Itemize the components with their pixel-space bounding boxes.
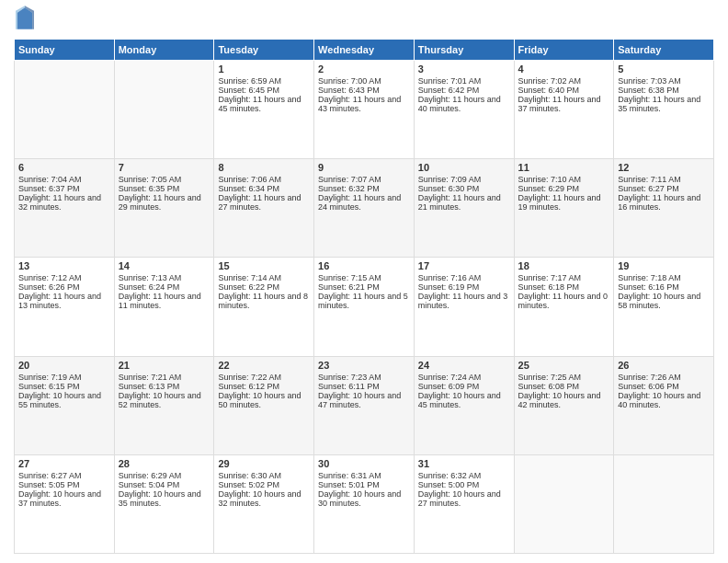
day-info-line: Daylight: 11 hours and 0 minutes.	[518, 292, 610, 310]
day-info-line: Daylight: 11 hours and 5 minutes.	[318, 292, 410, 310]
day-info-line: Daylight: 11 hours and 24 minutes.	[318, 193, 410, 212]
day-info-line: Sunset: 5:00 PM	[418, 480, 510, 489]
day-info-line: Sunset: 6:37 PM	[18, 184, 110, 193]
day-number: 18	[518, 260, 610, 271]
day-info-line: Sunrise: 7:19 AM	[18, 373, 110, 382]
day-number: 20	[18, 360, 110, 371]
day-info-line: Daylight: 11 hours and 3 minutes.	[418, 292, 510, 310]
day-info-line: Sunrise: 6:59 AM	[218, 76, 310, 86]
day-info-line: Daylight: 11 hours and 37 minutes.	[518, 95, 610, 113]
calendar-cell: 25Sunrise: 7:25 AMSunset: 6:08 PMDayligh…	[514, 356, 614, 454]
day-info-line: Daylight: 10 hours and 52 minutes.	[119, 391, 210, 409]
day-number: 13	[18, 260, 110, 271]
day-info-line: Sunrise: 7:22 AM	[218, 373, 310, 382]
calendar-cell: 23Sunrise: 7:23 AMSunset: 6:11 PMDayligh…	[314, 356, 415, 454]
day-info-line: Sunrise: 7:02 AM	[518, 76, 610, 86]
calendar-cell: 22Sunrise: 7:22 AMSunset: 6:12 PMDayligh…	[214, 356, 314, 454]
calendar-cell	[15, 61, 115, 159]
day-info-line: Sunrise: 7:10 AM	[518, 175, 610, 184]
day-info-line: Sunrise: 7:15 AM	[318, 273, 410, 282]
day-info-line: Daylight: 10 hours and 30 minutes.	[318, 489, 410, 508]
weekday-header-saturday: Saturday	[614, 40, 714, 61]
day-info-line: Sunset: 6:29 PM	[518, 184, 610, 193]
day-info-line: Sunrise: 6:29 AM	[119, 471, 210, 480]
day-number: 10	[418, 162, 510, 173]
week-row-1: 1Sunrise: 6:59 AMSunset: 6:45 PMDaylight…	[15, 61, 714, 159]
day-info-line: Daylight: 10 hours and 50 minutes.	[218, 391, 310, 409]
day-number: 4	[518, 63, 610, 75]
day-info-line: Sunset: 6:08 PM	[518, 382, 610, 391]
day-number: 1	[218, 63, 310, 75]
day-number: 21	[119, 360, 210, 371]
day-number: 6	[18, 162, 110, 173]
day-info-line: Sunset: 6:43 PM	[318, 86, 410, 95]
day-info-line: Daylight: 11 hours and 19 minutes.	[518, 193, 610, 212]
weekday-header-wednesday: Wednesday	[314, 40, 415, 61]
calendar-cell: 17Sunrise: 7:16 AMSunset: 6:19 PMDayligh…	[414, 258, 514, 356]
day-info-line: Sunrise: 6:31 AM	[318, 471, 410, 480]
day-info-line: Sunrise: 6:27 AM	[18, 471, 110, 480]
day-info-line: Daylight: 10 hours and 58 minutes.	[618, 292, 710, 310]
day-info-line: Daylight: 10 hours and 37 minutes.	[18, 489, 110, 508]
day-info-line: Daylight: 10 hours and 40 minutes.	[618, 391, 710, 409]
calendar-cell: 30Sunrise: 6:31 AMSunset: 5:01 PMDayligh…	[314, 454, 415, 553]
day-info-line: Sunrise: 7:17 AM	[518, 273, 610, 282]
calendar-cell: 13Sunrise: 7:12 AMSunset: 6:26 PMDayligh…	[15, 258, 115, 356]
day-info-line: Daylight: 10 hours and 32 minutes.	[218, 489, 310, 508]
day-info-line: Sunset: 5:04 PM	[119, 480, 210, 489]
calendar-cell: 5Sunrise: 7:03 AMSunset: 6:38 PMDaylight…	[614, 61, 714, 159]
day-info-line: Sunrise: 7:25 AM	[518, 373, 610, 382]
day-number: 26	[618, 360, 710, 371]
day-info-line: Sunset: 6:38 PM	[618, 86, 710, 95]
day-info-line: Sunrise: 7:18 AM	[618, 273, 710, 282]
weekday-header-monday: Monday	[114, 40, 214, 61]
day-info-line: Sunset: 6:45 PM	[218, 86, 310, 95]
calendar-cell: 27Sunrise: 6:27 AMSunset: 5:05 PMDayligh…	[15, 454, 115, 553]
calendar-cell: 28Sunrise: 6:29 AMSunset: 5:04 PMDayligh…	[114, 454, 214, 553]
day-number: 16	[318, 260, 410, 271]
weekday-header-tuesday: Tuesday	[214, 40, 314, 61]
day-info-line: Sunset: 6:18 PM	[518, 282, 610, 292]
day-number: 28	[119, 458, 210, 469]
calendar-cell: 21Sunrise: 7:21 AMSunset: 6:13 PMDayligh…	[114, 356, 214, 454]
day-number: 8	[218, 162, 310, 173]
day-info-line: Sunrise: 7:03 AM	[618, 76, 710, 86]
calendar-cell: 2Sunrise: 7:00 AMSunset: 6:43 PMDaylight…	[314, 61, 415, 159]
day-number: 11	[518, 162, 610, 173]
calendar-cell	[514, 454, 614, 553]
calendar-cell: 24Sunrise: 7:24 AMSunset: 6:09 PMDayligh…	[414, 356, 514, 454]
day-info-line: Sunset: 6:11 PM	[318, 382, 410, 391]
calendar-cell: 26Sunrise: 7:26 AMSunset: 6:06 PMDayligh…	[614, 356, 714, 454]
day-info-line: Sunset: 6:16 PM	[618, 282, 710, 292]
day-info-line: Sunrise: 7:04 AM	[18, 175, 110, 184]
calendar-cell: 15Sunrise: 7:14 AMSunset: 6:22 PMDayligh…	[214, 258, 314, 356]
day-info-line: Daylight: 11 hours and 32 minutes.	[18, 193, 110, 212]
calendar-table: SundayMondayTuesdayWednesdayThursdayFrid…	[14, 39, 714, 554]
day-info-line: Sunrise: 7:16 AM	[418, 273, 510, 282]
week-row-4: 20Sunrise: 7:19 AMSunset: 6:15 PMDayligh…	[15, 356, 714, 454]
day-info-line: Sunset: 5:01 PM	[318, 480, 410, 489]
day-info-line: Sunrise: 7:26 AM	[618, 373, 710, 382]
day-number: 29	[218, 458, 310, 469]
day-info-line: Daylight: 11 hours and 13 minutes.	[18, 292, 110, 310]
header-row: SundayMondayTuesdayWednesdayThursdayFrid…	[15, 40, 714, 61]
day-info-line: Sunset: 6:42 PM	[418, 86, 510, 95]
day-info-line: Sunrise: 7:01 AM	[418, 76, 510, 86]
day-info-line: Sunset: 6:35 PM	[119, 184, 210, 193]
day-info-line: Sunset: 6:27 PM	[618, 184, 710, 193]
day-info-line: Sunset: 6:09 PM	[418, 382, 510, 391]
day-info-line: Sunrise: 7:05 AM	[119, 175, 210, 184]
day-info-line: Daylight: 11 hours and 11 minutes.	[119, 292, 210, 310]
day-number: 15	[218, 260, 310, 271]
day-info-line: Sunrise: 6:30 AM	[218, 471, 310, 480]
day-info-line: Sunset: 6:06 PM	[618, 382, 710, 391]
day-number: 30	[318, 458, 410, 469]
day-info-line: Sunset: 6:40 PM	[518, 86, 610, 95]
day-number: 3	[418, 63, 510, 75]
day-info-line: Sunset: 5:05 PM	[18, 480, 110, 489]
day-number: 2	[318, 63, 410, 75]
day-info-line: Daylight: 11 hours and 35 minutes.	[618, 95, 710, 113]
day-info-line: Sunset: 6:24 PM	[119, 282, 210, 292]
page: SundayMondayTuesdayWednesdayThursdayFrid…	[0, 0, 728, 563]
day-info-line: Sunrise: 7:24 AM	[418, 373, 510, 382]
